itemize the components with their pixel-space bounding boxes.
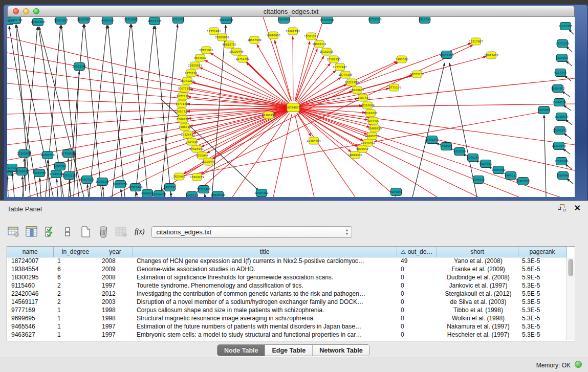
table-cell[interactable]: 9115460	[7, 281, 53, 290]
table-cell[interactable]: 1	[53, 322, 98, 331]
table-cell[interactable]: Hescheler et al. (1997)	[437, 331, 518, 339]
table-cell[interactable]: Structural magnetic resonance image aver…	[133, 314, 397, 322]
table-cell[interactable]: 2008	[98, 257, 133, 265]
table-cell[interactable]: 5.3E-5	[518, 322, 567, 331]
column-header-in-degree[interactable]: in_degree	[53, 247, 98, 257]
new-column-icon[interactable]	[79, 226, 92, 238]
table-cell[interactable]: 49	[397, 257, 437, 265]
table-row[interactable]: 911546021997Tourette syndrome. Phenomeno…	[7, 281, 567, 290]
tab-network-table[interactable]: Network Table	[313, 345, 369, 356]
table-cell[interactable]: Tibbo et al. (1998)	[437, 306, 518, 314]
table-cell[interactable]: 5.9E-5	[518, 273, 567, 281]
tab-node-table[interactable]: Node Table	[217, 345, 265, 356]
table-cell[interactable]: 5.3E-5	[518, 281, 567, 290]
table-cell[interactable]: Nakamura et al. (1997)	[437, 322, 518, 331]
table-cell[interactable]: 9777169	[7, 306, 53, 314]
table-cell[interactable]: 2003	[98, 298, 133, 306]
table-cell[interactable]: 19384554	[7, 265, 53, 273]
table-cell[interactable]: 9699695	[7, 314, 53, 322]
table-cell[interactable]: 5.3E-5	[518, 314, 567, 322]
tab-edge-table[interactable]: Edge Table	[265, 345, 313, 356]
table-cell[interactable]: 2	[53, 298, 98, 306]
table-cell[interactable]: 0	[397, 331, 437, 339]
table-cell[interactable]: 0	[397, 314, 437, 322]
table-row[interactable]: 2242004622012Investigating the contribut…	[7, 290, 567, 298]
table-cell[interactable]: de Silva et al. (2003)	[437, 298, 518, 306]
table-row[interactable]: 969969511998Structural magnetic resonanc…	[7, 314, 567, 322]
table-cell[interactable]: 1998	[98, 306, 133, 314]
table-cell[interactable]: 1997	[98, 331, 133, 339]
network-canvas[interactable]: 9449121140557122009140610653287115270079…	[7, 17, 575, 197]
table-cell[interactable]: 22420046	[7, 290, 53, 298]
table-cell[interactable]: Investigating the contribution of common…	[133, 290, 397, 298]
table-cell[interactable]: 0	[397, 322, 437, 331]
table-settings-icon[interactable]	[7, 226, 20, 238]
table-cell[interactable]: 1997	[98, 322, 133, 331]
table-cell[interactable]: 1	[53, 257, 98, 265]
column-visibility-icon[interactable]	[25, 226, 38, 238]
table-cell[interactable]: Estimation of significance thresholds fo…	[133, 273, 397, 281]
citation-network-graph[interactable]: 9449121140557122009140610653287115270079…	[7, 17, 575, 197]
scrollbar-thumb[interactable]	[568, 259, 573, 276]
table-cell[interactable]: Jankovic et al. (1997)	[437, 281, 518, 290]
table-row[interactable]: 1938455462009Genome-wide association stu…	[7, 265, 567, 273]
table-cell[interactable]: Dudbridge et al. (2008)	[437, 273, 518, 281]
table-row[interactable]: 1456911722003Disruption of a novel membe…	[7, 298, 567, 306]
table-cell[interactable]: 2	[53, 281, 98, 290]
network-view-window[interactable]: citations_edges.txt 94491211405571220091…	[3, 4, 588, 201]
column-header-out-degree[interactable]: out_de…	[397, 247, 437, 257]
table-cell[interactable]: Disruption of a novel member of a sodium…	[133, 298, 397, 306]
table-cell[interactable]: Changes of HCN gene expression and I(f) …	[133, 257, 397, 265]
table-cell[interactable]: Genome-wide association studies in ADHD.	[133, 265, 397, 273]
select-columns-icon[interactable]	[43, 226, 56, 238]
table-cell[interactable]: Wolkin et al. (1998)	[437, 314, 518, 322]
column-header-name[interactable]: name	[7, 247, 53, 257]
window-titlebar[interactable]: citations_edges.txt	[7, 6, 575, 17]
table-cell[interactable]: 2012	[98, 290, 133, 298]
table-cell[interactable]: Tourette syndrome. Phenomenology and cla…	[133, 281, 397, 290]
table-cell[interactable]: 0	[397, 265, 437, 273]
table-cell[interactable]: Corpus callosum shape and size in male p…	[133, 306, 397, 314]
table-cell[interactable]: 0	[397, 306, 437, 314]
table-cell[interactable]: 6	[53, 273, 98, 281]
table-cell[interactable]: Embryonic stem cells: a model to study s…	[133, 331, 397, 339]
table-cell[interactable]: 2	[53, 290, 98, 298]
table-cell[interactable]: 5.3E-5	[518, 257, 567, 265]
table-cell[interactable]: 1997	[98, 281, 133, 290]
function-builder-icon[interactable]: f(x)	[135, 228, 144, 236]
table-cell[interactable]: 6	[53, 265, 98, 273]
column-header-pagerank[interactable]: pagerank	[518, 247, 567, 257]
table-cell[interactable]: 9463627	[7, 331, 53, 339]
table-cell[interactable]: 1	[53, 314, 98, 322]
table-cell[interactable]: 18300295	[7, 273, 53, 281]
table-cell[interactable]: 5.5E-5	[518, 290, 567, 298]
table-cell[interactable]: 1	[53, 331, 98, 339]
table-cell[interactable]: 0	[397, 273, 437, 281]
table-row[interactable]: 1872400712008Changes of HCN gene express…	[7, 257, 567, 265]
table-header-row[interactable]: name in_degree year title out_de… short …	[7, 247, 567, 257]
table-cell[interactable]: 5.3E-5	[518, 306, 567, 314]
table-cell[interactable]: 18724007	[7, 257, 53, 265]
delete-column-icon[interactable]	[97, 226, 110, 238]
table-cell[interactable]: 0	[397, 290, 437, 298]
column-header-short[interactable]: short	[437, 247, 518, 257]
table-cell[interactable]: 0	[397, 298, 437, 306]
table-cell[interactable]: 2009	[98, 265, 133, 273]
table-scrollbar[interactable]	[567, 257, 574, 340]
column-header-year[interactable]: year	[98, 247, 133, 257]
table-row[interactable]: 977716911998Corpus callosum shape and si…	[7, 306, 567, 314]
table-cell[interactable]: 5.3E-5	[518, 298, 567, 306]
table-cell[interactable]: 14569117	[7, 298, 53, 306]
table-cell[interactable]: 2008	[98, 273, 133, 281]
close-panel-icon[interactable]: ✕	[574, 204, 581, 212]
table-cell[interactable]: 0	[397, 281, 437, 290]
table-cell[interactable]: 5.3E-5	[518, 331, 567, 339]
table-row[interactable]: 946362711997Embryonic stem cells: a mode…	[7, 331, 567, 339]
table-cell[interactable]: Estimation of the future numbers of pati…	[133, 322, 397, 331]
node-table[interactable]: name in_degree year title out_de… short …	[7, 246, 575, 341]
table-cell[interactable]: 1	[53, 306, 98, 314]
table-cell[interactable]: 9465546	[7, 322, 53, 331]
table-source-dropdown[interactable]: citations_edges.txt ▲▼	[151, 226, 352, 238]
table-cell[interactable]: Yano et al. (2008)	[437, 257, 518, 265]
float-panel-icon[interactable]	[558, 204, 566, 212]
